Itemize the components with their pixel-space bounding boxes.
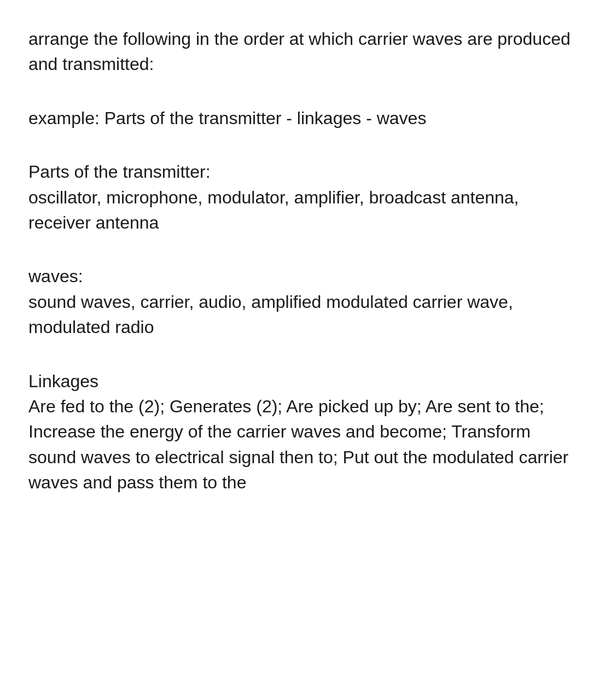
waves-label: waves: bbox=[28, 264, 571, 289]
waves-paragraph: waves: sound waves, carrier, audio, ampl… bbox=[28, 264, 571, 340]
example-paragraph: example: Parts of the transmitter - link… bbox=[28, 106, 571, 131]
example-text: example: Parts of the transmitter - link… bbox=[28, 106, 571, 131]
parts-paragraph: Parts of the transmitter: oscillator, mi… bbox=[28, 159, 571, 235]
parts-list: oscillator, microphone, modulator, ampli… bbox=[28, 185, 571, 236]
linkages-label: Linkages bbox=[28, 369, 571, 394]
waves-list: sound waves, carrier, audio, amplified m… bbox=[28, 289, 571, 340]
intro-text: arrange the following in the order at wh… bbox=[28, 26, 571, 77]
parts-label: Parts of the transmitter: bbox=[28, 159, 571, 184]
linkages-paragraph: Linkages Are fed to the (2); Generates (… bbox=[28, 369, 571, 495]
page-content: arrange the following in the order at wh… bbox=[28, 26, 571, 495]
intro-paragraph: arrange the following in the order at wh… bbox=[28, 26, 571, 77]
linkages-list: Are fed to the (2); Generates (2); Are p… bbox=[28, 394, 571, 495]
